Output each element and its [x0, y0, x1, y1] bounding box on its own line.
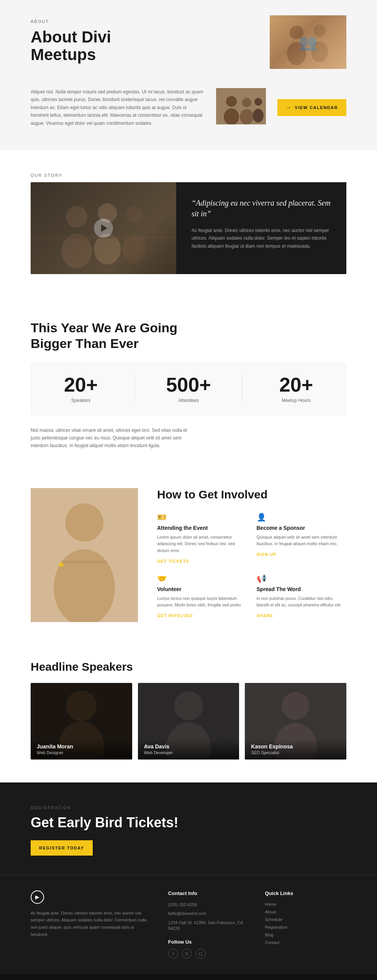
svg-point-19	[123, 235, 146, 264]
involved-item-2: 🤝 Volunteer Luctus lectus non quisque tu…	[157, 574, 247, 619]
svg-rect-20	[31, 236, 176, 239]
involved-item-1-title: Become a Sponsor	[257, 525, 347, 531]
get-tickets-link[interactable]: GET TICKETS	[157, 559, 189, 564]
about-hero-section: ABOUT About Divi Meetups	[0, 0, 377, 84]
get-involved-link[interactable]: GET INVOLVED	[157, 613, 193, 618]
story-quote-desc: Ac feugiat ante. Donec ultrices lobortis…	[192, 227, 331, 250]
speakers-grid: Juanita Moran Web Designer Ava Davis Web…	[31, 683, 346, 760]
about-label: ABOUT	[31, 19, 254, 24]
speaker-card-2[interactable]: Kason Espinosa SEO Specialist	[245, 683, 346, 760]
involved-item-1: 👤 Become a Sponsor Quisque aliquet velit…	[257, 513, 347, 564]
footer-link-schedule[interactable]: Schedule	[265, 917, 346, 922]
involved-item-2-title: Volunteer	[157, 586, 247, 592]
svg-point-1	[290, 26, 303, 39]
register-button[interactable]: REGISTER TODAY	[31, 840, 93, 856]
svg-point-18	[126, 206, 143, 223]
story-quote-block: “Adipiscing eu nec viverra sed placerat.…	[176, 182, 346, 274]
involved-grid: 🎫 Attending the Event Lorem ipsum dolor …	[157, 513, 346, 619]
stat-speakers-label: Speakers	[39, 398, 123, 403]
svg-point-2	[287, 42, 306, 65]
footer-link-about[interactable]: About	[265, 910, 346, 914]
involved-item-0-desc: Lorem ipsum dolor sit amet, consectetur …	[157, 534, 247, 554]
footer-copyright: Copyright © 2023 Divi. All Rights Reserv…	[0, 974, 377, 980]
sign-up-link[interactable]: SIGN UP	[257, 552, 277, 557]
stats-description: Nisl massa, ultrices vitae ornare sit am…	[31, 426, 192, 465]
svg-point-9	[242, 98, 251, 107]
speaker-1-role: Web Developer	[144, 750, 233, 755]
registration-title: Get Early Bird Tickets!	[31, 815, 346, 831]
registration-label: REGISTRATION	[31, 805, 346, 810]
our-story-section: OUR STORY “Adipiscing eu nec viverra sed…	[0, 150, 377, 297]
speaker-card-0[interactable]: Juanita Moran Web Designer	[31, 683, 132, 760]
story-video[interactable]	[31, 182, 176, 274]
speaker-2-name: Kason Espinosa	[251, 743, 340, 750]
twitter-icon[interactable]: 𝕏	[182, 949, 192, 959]
get-involved-section: How to Get Involved 🎫 Attending the Even…	[0, 473, 377, 645]
svg-rect-24	[61, 561, 107, 563]
stat-attendees-label: Attendees	[146, 398, 231, 403]
involved-item-2-desc: Luctus lectus non quisque turpis bibendu…	[157, 595, 247, 609]
story-label: OUR STORY	[31, 173, 346, 178]
footer-logo-column: ▶ Ac feugiat ante. Donec ultrices lobort…	[31, 890, 153, 959]
about-title: About Divi Meetups	[31, 28, 254, 64]
footer-link-contact[interactable]: Contact	[265, 940, 346, 945]
involved-item-3-title: Spread The Word	[257, 586, 347, 592]
footer-link-blog[interactable]: Blog	[265, 933, 346, 937]
svg-point-25	[59, 562, 64, 567]
quicklinks-title: Quick Links	[265, 890, 346, 896]
contact-phone: (255) 352-6258	[168, 902, 250, 908]
view-calendar-button[interactable]: → VIEW CALENDAR	[277, 99, 346, 116]
sponsor-icon: 👤	[257, 513, 347, 522]
ticket-icon: 🎫	[157, 513, 247, 522]
share-link[interactable]: SHARE	[257, 613, 274, 618]
stat-hours: 20+ Meetup Hours	[254, 375, 338, 403]
facebook-icon[interactable]: f	[168, 949, 178, 959]
involved-item-0-title: Attending the Event	[157, 525, 247, 531]
involved-item-1-desc: Quisque aliquet velit sit amet sem inter…	[257, 534, 347, 547]
speaker-1-name: Ava Davis	[144, 743, 233, 750]
involved-image	[31, 488, 138, 622]
story-inner: “Adipiscing eu nec viverra sed placerat.…	[31, 182, 346, 274]
svg-point-10	[240, 109, 254, 124]
stat-divider-2	[242, 375, 243, 403]
svg-point-16	[98, 203, 117, 222]
speaker-card-1[interactable]: Ava Davis Web Developer	[138, 683, 239, 760]
stat-hours-label: Meetup Hours	[254, 398, 338, 403]
involved-item-3: 📢 Spread The Word In non pulvinar purus.…	[257, 574, 347, 619]
contact-address: 1234 Oak St. #1300, San Francisco, CA 94…	[168, 920, 250, 932]
svg-point-33	[282, 692, 310, 720]
svg-point-12	[253, 109, 264, 122]
involved-title: How to Get Involved	[157, 488, 346, 501]
follow-title: Follow Us	[168, 939, 250, 945]
svg-point-7	[226, 96, 237, 107]
svg-rect-0	[270, 15, 346, 69]
footer-link-home[interactable]: Home	[265, 902, 346, 906]
spread-icon: 📢	[257, 574, 347, 583]
about-hero-image	[270, 15, 346, 69]
stat-attendees-number: 500+	[146, 375, 231, 395]
contact-title: Contact Info	[168, 890, 250, 896]
stat-speakers: 20+ Speakers	[39, 375, 123, 403]
volunteer-icon: 🤝	[157, 574, 247, 583]
svg-point-22	[65, 503, 103, 542]
involved-item-3-desc: In non pulvinar purus. Curabitur nisl od…	[257, 595, 347, 609]
stat-divider-1	[134, 375, 135, 403]
svg-point-4	[311, 41, 328, 62]
instagram-icon[interactable]: ◻	[196, 949, 206, 959]
about-hero-left: ABOUT About Divi Meetups	[31, 19, 254, 64]
story-quote: “Adipiscing eu nec viverra sed placerat.…	[192, 198, 331, 219]
svg-point-27	[66, 691, 97, 721]
about-desc-image	[216, 88, 266, 124]
registration-section: REGISTRATION Get Early Bird Tickets! REG…	[0, 782, 377, 875]
logo-icon: ▶	[35, 894, 39, 900]
speaker-0-info: Juanita Moran Web Designer	[31, 739, 132, 760]
stat-hours-number: 20+	[254, 375, 338, 395]
involved-item-0: 🎫 Attending the Event Lorem ipsum dolor …	[157, 513, 247, 564]
speaker-2-role: SEO Specialist	[251, 750, 340, 755]
footer-link-registration[interactable]: Registration	[265, 925, 346, 929]
svg-rect-5	[285, 38, 331, 42]
footer-inner: ▶ Ac feugiat ante. Donec ultrices lobort…	[31, 890, 346, 959]
stat-speakers-number: 20+	[39, 375, 123, 395]
stats-title: This Year We Are Going Bigger Than Ever	[31, 320, 346, 351]
speakers-section: Headline Speakers Juanita Moran Web Desi…	[0, 645, 377, 782]
